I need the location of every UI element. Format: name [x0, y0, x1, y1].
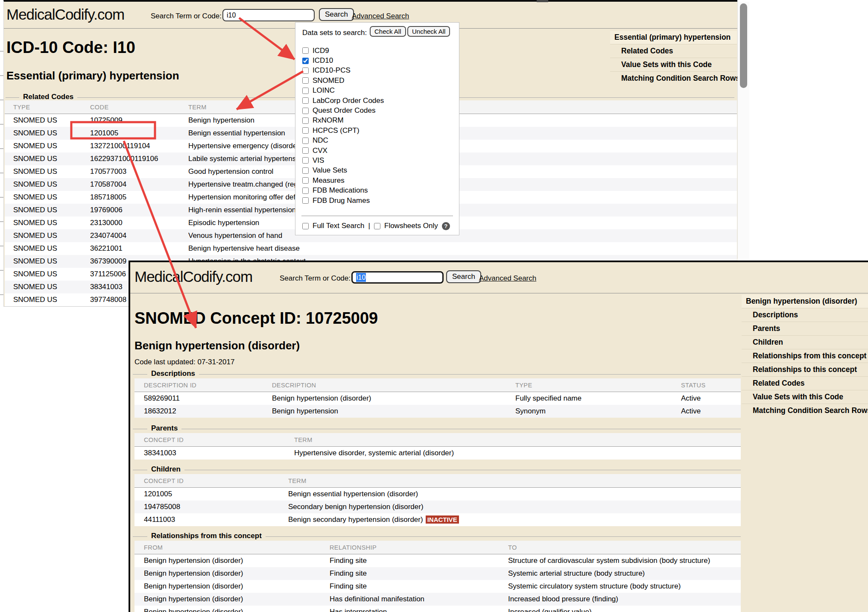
to-cell: Systemic circulatory system structure (b…: [508, 582, 741, 591]
dataset-option-label: Value Sets: [313, 166, 347, 175]
code-cell: 16229371000119106: [90, 155, 188, 163]
dataset-checkbox[interactable]: [302, 167, 309, 174]
column-header: STATUS: [681, 382, 741, 389]
term-cell: Benign essential hypertension (disorder): [288, 490, 741, 498]
full-text-search-checkbox[interactable]: [302, 223, 309, 229]
dataset-checkbox[interactable]: [302, 77, 309, 84]
code-cell: 10725009: [90, 116, 188, 125]
site-logo: MedicalCodify.com: [134, 268, 252, 285]
panel-divider: [301, 216, 453, 216]
sidebar-item-label: Children: [753, 338, 783, 346]
term-cell: Episodic hypertension: [188, 219, 737, 227]
sidebar-item[interactable]: Benign hypertension (disorder): [742, 295, 868, 308]
advanced-search-link[interactable]: Advanced Search: [479, 274, 536, 283]
flowsheets-only-checkbox[interactable]: [374, 223, 380, 229]
advanced-search-link[interactable]: Advanced Search: [352, 12, 409, 20]
from-cell: Benign hypertension (disorder): [144, 595, 330, 603]
search-button[interactable]: Search: [319, 8, 354, 21]
dataset-checkbox[interactable]: [302, 127, 309, 134]
sidebar-item[interactable]: Relationships to this concept: [742, 363, 868, 376]
type-cell: SNOMED US: [13, 270, 90, 278]
sidebar-item[interactable]: Value Sets with this Code: [610, 58, 737, 71]
children-table: CONCEPT IDTERM 1201005 Benign essential …: [134, 474, 741, 526]
dataset-option: FDB Medications: [302, 185, 384, 195]
dataset-checkbox[interactable]: [302, 138, 309, 144]
column-header: CODE: [90, 104, 188, 111]
search-button[interactable]: Search: [446, 270, 481, 283]
dataset-option-label: Quest Order Codes: [313, 106, 375, 115]
code-cell: 234074004: [90, 231, 188, 240]
description-cell: Benign hypertension: [272, 407, 515, 416]
page-subtitle: Benign hypertension (disorder): [134, 339, 300, 352]
scrollbar-thumb[interactable]: [740, 3, 747, 88]
dataset-checkbox[interactable]: [302, 187, 309, 194]
section-nav-sidebar: Essential (primary) hypertension Related…: [610, 31, 737, 85]
column-header: CONCEPT ID: [144, 477, 288, 484]
left-edge-ruler: [0, 27, 3, 305]
dataset-checkbox[interactable]: [302, 58, 309, 64]
dataset-checkbox[interactable]: [302, 67, 309, 74]
table-row: 589269011 Benign hypertension (disorder)…: [134, 392, 741, 405]
dataset-checkbox[interactable]: [302, 108, 309, 114]
dataset-checkbox[interactable]: [302, 177, 309, 184]
search-input[interactable]: [222, 9, 315, 21]
dataset-option-label: LOINC: [313, 86, 335, 95]
type-cell: SNOMED US: [13, 167, 90, 176]
uncheck-all-button[interactable]: Uncheck All: [407, 26, 450, 37]
section-border: [133, 429, 741, 429]
sidebar-item[interactable]: Related Codes: [610, 44, 737, 58]
type-cell: SNOMED US: [13, 142, 90, 150]
sidebar-item[interactable]: Descriptions: [742, 308, 868, 322]
relationship-cell: Has definitional manifestation: [330, 595, 508, 603]
term-cell: Hypertensive emergency (disorder: [188, 142, 737, 150]
code-cell: 1201005: [90, 129, 188, 138]
site-logo: MedicalCodify.com: [6, 6, 124, 23]
sidebar-item[interactable]: Value Sets with this Code: [742, 390, 868, 404]
term-cell: Hypertension monitoring offer defa: [188, 193, 737, 202]
datasets-panel: Data sets to search: Check All Uncheck A…: [295, 22, 459, 235]
term-cell: Labile systemic arterial hypertensi: [188, 155, 737, 163]
column-header: DESCRIPTION ID: [144, 382, 272, 389]
dataset-checkbox[interactable]: [302, 88, 309, 94]
dataset-option: Measures: [302, 176, 384, 185]
dataset-checkbox[interactable]: [302, 117, 309, 124]
column-header: FROM: [144, 544, 330, 551]
full-text-search-label: Full Text Search: [313, 222, 365, 230]
column-header: CONCEPT ID: [144, 436, 294, 443]
window-chrome-fragment: [537, 0, 548, 2]
dataset-option-label: LabCorp Order Codes: [313, 97, 384, 105]
page-subtitle: Essential (primary) hypertension: [6, 69, 179, 82]
check-all-button[interactable]: Check All: [370, 26, 406, 37]
dataset-option-label: HCPCS (CPT): [313, 126, 359, 135]
dataset-options-list: ICD9 ICD10 ICD10-PCS SNOMED: [302, 46, 384, 205]
sidebar-item[interactable]: Related Codes: [742, 376, 868, 390]
status-cell: Active: [681, 407, 741, 416]
sidebar-item[interactable]: Relationships from this concept: [742, 349, 868, 363]
dataset-option-label: ICD10: [313, 56, 333, 65]
sidebar-item[interactable]: Matching Condition Search Rows: [610, 71, 737, 85]
sidebar-item[interactable]: Matching Condition Search Rows: [742, 404, 868, 417]
sidebar-item[interactable]: Essential (primary) hypertension: [610, 31, 737, 44]
search-label: Search Term or Code:: [151, 12, 222, 20]
relationship-cell: Finding site: [330, 556, 508, 565]
sidebar-item[interactable]: Children: [742, 335, 868, 349]
dataset-checkbox[interactable]: [302, 147, 309, 154]
help-icon[interactable]: ?: [442, 222, 450, 230]
from-cell: Benign hypertension (disorder): [144, 608, 330, 612]
table-row: Benign hypertension (disorder) Has defin…: [134, 593, 741, 606]
scrollbar-track[interactable]: [737, 2, 749, 259]
sidebar-item-label: Value Sets with this Code: [753, 392, 843, 401]
dataset-option-label: FDB Drug Names: [313, 196, 370, 205]
column-header: TYPE: [13, 104, 90, 111]
dataset-checkbox[interactable]: [302, 197, 309, 204]
concept-id-cell: 38341003: [144, 449, 294, 457]
dataset-checkbox[interactable]: [302, 97, 309, 104]
term-cell: High-renin essential hypertension: [188, 206, 737, 214]
type-cell: SNOMED US: [13, 116, 90, 125]
dataset-checkbox[interactable]: [302, 47, 309, 54]
from-cell: Benign hypertension (disorder): [144, 582, 330, 591]
search-input[interactable]: i10: [351, 271, 444, 284]
type-cell: SNOMED US: [13, 180, 90, 189]
dataset-checkbox[interactable]: [302, 157, 309, 164]
sidebar-item[interactable]: Parents: [742, 322, 868, 335]
